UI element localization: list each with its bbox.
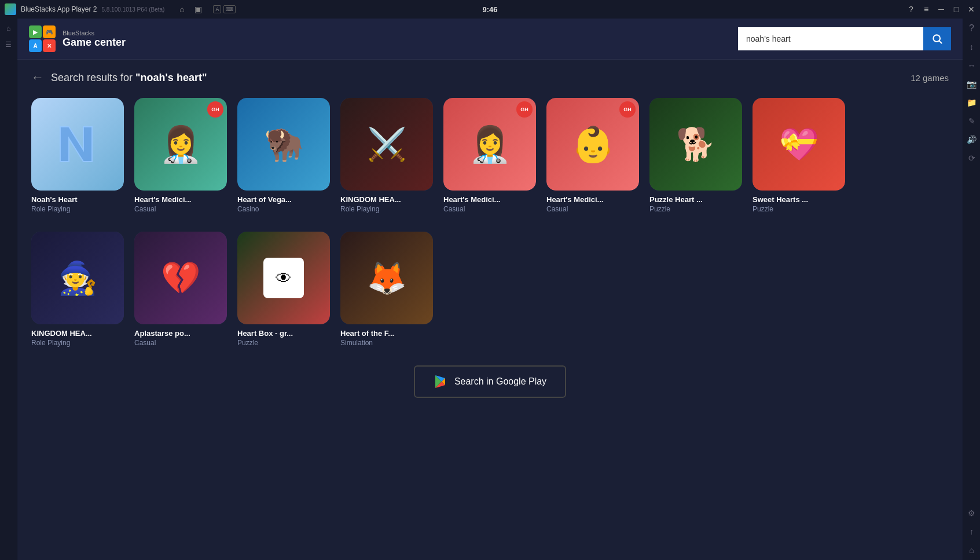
game-thumb-inner-3: 🦬 xyxy=(237,98,330,191)
search-results-text: Search results for "noah's heart" xyxy=(51,72,207,84)
game-thumb-inner-9: 🧙 xyxy=(31,232,124,324)
right-panel-icon-1[interactable]: ? xyxy=(967,23,977,34)
game-name-1: Noah's Heart xyxy=(31,195,124,204)
game-thumb-inner-11: 👁 xyxy=(237,232,330,324)
search-bar-container xyxy=(738,27,951,50)
game-grid-2: 🧙 KINGDOM HEA... Role Playing 💔 Aplastar… xyxy=(31,232,949,347)
game-badge-5: GH xyxy=(516,101,533,118)
game-card-12[interactable]: 🦊 Heart of the F... Simulation xyxy=(340,232,433,347)
game-genre-9: Role Playing xyxy=(31,339,124,347)
game-name-8: Sweet Hearts ... xyxy=(753,195,845,204)
menu-icon[interactable]: ≡ xyxy=(922,5,930,13)
main-layout: ⌂ ☰ ▶ 🎮 A ✕ BlueStacks Game xyxy=(0,19,980,560)
game-card-10[interactable]: 💔 Aplastarse po... Casual xyxy=(134,232,227,347)
google-play-button[interactable]: Search in Google Play xyxy=(414,365,566,398)
game-thumb-4: ⚔️ xyxy=(340,98,433,191)
game-count: 12 games xyxy=(911,73,949,83)
title-bar-time: 9:46 xyxy=(482,5,497,14)
home-nav-icon[interactable]: ⌂ xyxy=(176,3,188,15)
left-strip-icon-1[interactable]: ⌂ xyxy=(3,23,14,34)
bs-icon-blue: A xyxy=(29,39,42,52)
right-panel-icon-camera[interactable]: 📷 xyxy=(967,79,977,89)
search-input[interactable] xyxy=(738,27,923,50)
game-thumb-inner-1 xyxy=(31,98,124,191)
game-card-9[interactable]: 🧙 KINGDOM HEA... Role Playing xyxy=(31,232,124,347)
right-panel: ? ↕ ↔ 📷 📁 ✎ 🔊 ⟳ ⚙ ↑ ⌂ xyxy=(963,19,980,560)
game-card-2[interactable]: 👩‍⚕️ GH Heart's Medici... Casual xyxy=(134,98,227,213)
search-button[interactable] xyxy=(923,27,951,50)
game-badge-2: GH xyxy=(207,101,223,118)
game-thumb-inner-5: 👩‍⚕️ GH xyxy=(443,98,536,191)
game-thumb-7: 🐕 xyxy=(649,98,742,191)
left-strip: ⌂ ☰ xyxy=(0,19,17,560)
search-query: "noah's heart" xyxy=(135,72,207,83)
game-name-11: Heart Box - gr... xyxy=(237,329,330,338)
game-thumb-9: 🧙 xyxy=(31,232,124,324)
game-thumb-6: 👶 GH xyxy=(546,98,639,191)
help-icon[interactable]: ? xyxy=(907,5,915,13)
maximize-icon[interactable]: □ xyxy=(952,5,960,13)
title-nav-icons: ⌂ ▣ xyxy=(176,3,204,15)
game-name-2: Heart's Medici... xyxy=(134,195,227,204)
back-row: ← Search results for "noah's heart" 12 g… xyxy=(31,71,949,84)
minimize-icon[interactable]: ─ xyxy=(937,5,945,13)
right-panel-icon-settings[interactable]: ⚙ xyxy=(967,508,977,518)
game-name-3: Heart of Vega... xyxy=(237,195,330,204)
svg-marker-2 xyxy=(60,127,92,162)
bs-icon-row-bottom: A ✕ xyxy=(29,39,56,52)
game-card-1[interactable]: Noah's Heart Role Playing xyxy=(31,98,124,213)
noahs-heart-logo xyxy=(52,118,104,170)
right-panel-icon-volume[interactable]: 🔊 xyxy=(967,134,977,145)
brand-subtitle: Game center xyxy=(63,36,126,49)
game-thumb-inner-6: 👶 GH xyxy=(546,98,639,191)
game-card-5[interactable]: 👩‍⚕️ GH Heart's Medici... Casual xyxy=(443,98,536,213)
app-header: ▶ 🎮 A ✕ BlueStacks Game center xyxy=(17,19,963,60)
multi-instance-icon[interactable]: ▣ xyxy=(192,3,204,15)
game-genre-4: Role Playing xyxy=(340,205,433,213)
game-card-7[interactable]: 🐕 Puzzle Heart ... Puzzle xyxy=(649,98,742,213)
play-store-icon xyxy=(434,375,447,389)
title-bar: BlueStacks App Player 2 5.8.100.1013 P64… xyxy=(0,0,980,19)
game-thumb-inner-7: 🐕 xyxy=(649,98,742,191)
right-panel-icon-3[interactable]: ↔ xyxy=(967,60,977,71)
game-card-3[interactable]: 🦬 Heart of Vega... Casino xyxy=(237,98,330,213)
right-panel-icon-up[interactable]: ↑ xyxy=(967,526,977,537)
game-genre-2: Casual xyxy=(134,205,227,213)
keyboard-icon: ⌨ xyxy=(223,5,236,13)
back-left: ← Search results for "noah's heart" xyxy=(31,71,207,84)
right-panel-icon-rotate[interactable]: ⟳ xyxy=(967,153,977,163)
game-thumb-inner-2: 👩‍⚕️ GH xyxy=(134,98,227,191)
game-thumb-inner-8: 💝 xyxy=(753,98,845,191)
game-genre-8: Puzzle xyxy=(753,205,845,213)
back-button[interactable]: ← xyxy=(31,71,44,84)
left-strip-icon-2[interactable]: ☰ xyxy=(3,39,14,50)
a-icon: A xyxy=(213,5,221,13)
game-name-6: Heart's Medici... xyxy=(546,195,639,204)
game-name-4: KINGDOM HEA... xyxy=(340,195,433,204)
main-content: ▶ 🎮 A ✕ BlueStacks Game center xyxy=(17,19,963,560)
game-thumb-10: 💔 xyxy=(134,232,227,324)
game-card-8[interactable]: 💝 Sweet Hearts ... Puzzle xyxy=(753,98,845,213)
game-name-12: Heart of the F... xyxy=(340,329,433,338)
game-genre-12: Simulation xyxy=(340,339,433,347)
bs-icon-orange: 🎮 xyxy=(43,25,56,38)
brand-text: BlueStacks Game center xyxy=(63,30,126,49)
game-thumb-2: 👩‍⚕️ GH xyxy=(134,98,227,191)
game-card-11[interactable]: 👁 Heart Box - gr... Puzzle xyxy=(237,232,330,347)
game-grid: Noah's Heart Role Playing 👩‍⚕️ GH Heart'… xyxy=(31,98,949,213)
right-panel-icon-2[interactable]: ↕ xyxy=(967,42,977,52)
game-thumb-12: 🦊 xyxy=(340,232,433,324)
right-panel-icon-home[interactable]: ⌂ xyxy=(967,545,977,555)
game-thumb-3: 🦬 xyxy=(237,98,330,191)
game-genre-5: Casual xyxy=(443,205,536,213)
game-name-7: Puzzle Heart ... xyxy=(649,195,742,204)
game-thumb-5: 👩‍⚕️ GH xyxy=(443,98,536,191)
right-panel-icon-5[interactable]: ✎ xyxy=(967,116,977,126)
close-icon[interactable]: ✕ xyxy=(967,5,975,13)
game-card-4[interactable]: ⚔️ KINGDOM HEA... Role Playing xyxy=(340,98,433,213)
right-panel-icon-folder[interactable]: 📁 xyxy=(967,97,977,108)
game-card-6[interactable]: 👶 GH Heart's Medici... Casual xyxy=(546,98,639,213)
input-mode-icons: A ⌨ xyxy=(213,5,236,13)
bluestacks-logo: ▶ 🎮 A ✕ xyxy=(29,25,56,52)
brand-name: BlueStacks xyxy=(63,30,126,36)
